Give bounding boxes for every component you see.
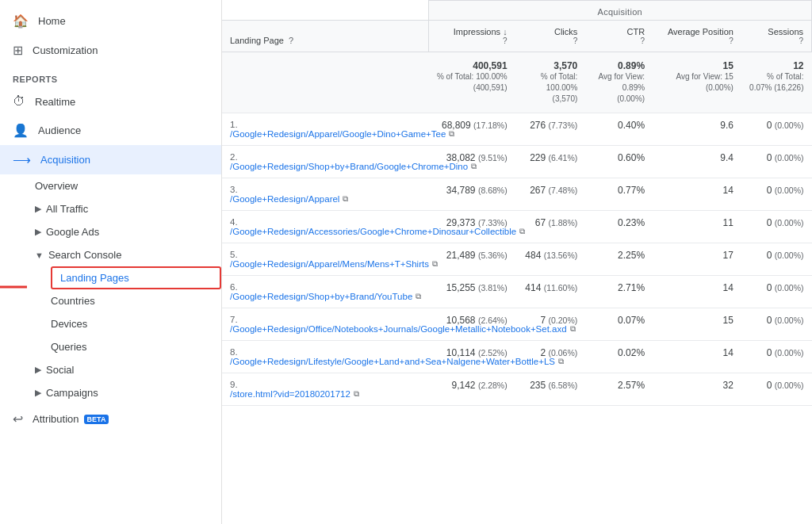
cell-ctr: 0.07% [585, 308, 653, 341]
cell-clicks: 484 (13.56%) [515, 243, 586, 276]
sidebar-item-label: Countries [51, 295, 95, 307]
sidebar-item-label: Social [46, 364, 74, 376]
attribution-icon: ↩ [13, 411, 23, 426]
cell-landing-page[interactable]: 1. /Google+Redesign/Apparel/Google+Dino+… [222, 113, 428, 146]
external-link-icon: ⧉ [432, 259, 438, 269]
acquisition-icon: ⟶ [13, 152, 31, 167]
sidebar-item-customization[interactable]: ⊞ Customization [0, 36, 221, 65]
page-link[interactable]: /Google+Redesign/Shop+by+Brand/Google+Ch… [230, 162, 420, 171]
col-header-clicks[interactable]: Clicks ? [515, 21, 586, 52]
expand-icon: ▶ [35, 204, 41, 214]
sidebar-item-label: Devices [51, 318, 87, 330]
cell-sessions: 0 (0.00%) [741, 146, 812, 178]
cell-avg-position: 15 [653, 308, 741, 341]
sidebar-item-devices[interactable]: Devices [51, 312, 221, 335]
totals-impressions: 400,591 % of Total: 100.00% (400,591) [428, 52, 515, 113]
cell-sessions: 0 (0.00%) [741, 341, 812, 373]
sidebar-item-countries[interactable]: Countries [51, 289, 221, 312]
cell-ctr: 2.57% [585, 373, 653, 406]
page-link[interactable]: /Google+Redesign/Office/Notebooks+Journa… [230, 324, 420, 334]
sidebar-item-home[interactable]: 🏠 Home [0, 6, 221, 36]
row-number: 2. [230, 152, 243, 162]
cell-landing-page[interactable]: 5. /Google+Redesign/Apparel/Mens/Mens+T+… [222, 243, 428, 276]
sidebar-item-google-ads[interactable]: ▶ Google Ads [35, 220, 221, 243]
sidebar-item-label: Customization [33, 44, 98, 56]
table-row: 2. /Google+Redesign/Shop+by+Brand/Google… [222, 146, 812, 178]
cell-avg-position: 17 [653, 243, 741, 276]
search-console-submenu: Landing Pages Countries Devices Queries [35, 266, 221, 358]
cell-landing-page[interactable]: 3. /Google+Redesign/Apparel ⧉ [222, 178, 428, 211]
cell-sessions: 0 (0.00%) [741, 308, 812, 341]
page-link[interactable]: /Google+Redesign/Apparel ⧉ [230, 194, 420, 204]
cell-ctr: 0.23% [585, 211, 653, 243]
sidebar-item-acquisition[interactable]: ⟶ Acquisition [0, 145, 221, 174]
cell-landing-page[interactable]: 8. /Google+Redesign/Lifestyle/Google+Lan… [222, 341, 428, 373]
sidebar-item-all-traffic[interactable]: ▶ All Traffic [35, 197, 221, 220]
sidebar-item-label: Search Console [48, 249, 122, 261]
cell-impressions: 68,809 (17.18%) [428, 113, 515, 146]
col-header-impressions[interactable]: Impressions ↓ ? [428, 21, 515, 52]
home-icon: 🏠 [13, 13, 29, 29]
cell-sessions: 0 (0.00%) [741, 276, 812, 308]
page-link[interactable]: /Google+Redesign/Lifestyle/Google+Land+a… [230, 357, 420, 366]
table-row: 5. /Google+Redesign/Apparel/Mens/Mens+T+… [222, 243, 812, 276]
beta-badge: BETA [84, 415, 109, 424]
row-number: 7. [230, 315, 243, 324]
page-link[interactable]: /store.html?vid=20180201712 ⧉ [230, 389, 420, 399]
totals-avg-position: 15 Avg for View: 15 (0.00%) [653, 52, 741, 113]
cell-sessions: 0 (0.00%) [741, 211, 812, 243]
table-row: 3. /Google+Redesign/Apparel ⧉ 34,789 (8.… [222, 178, 812, 211]
cell-landing-page[interactable]: 9. /store.html?vid=20180201712 ⧉ [222, 373, 428, 406]
sidebar-item-label: Home [38, 15, 66, 27]
sidebar-item-landing-pages[interactable]: Landing Pages [51, 266, 221, 289]
external-link-icon: ⧉ [354, 389, 359, 399]
row-number: 6. [230, 282, 243, 292]
expand-icon: ▶ [35, 227, 41, 237]
sidebar-item-label: Campaigns [46, 387, 98, 399]
page-link[interactable]: /Google+Redesign/Accessories/Google+Chro… [230, 227, 420, 236]
cell-avg-position: 9.4 [653, 146, 741, 178]
landing-page-empty [222, 1, 428, 21]
expand-icon: ▼ [35, 251, 44, 260]
cell-clicks: 235 (6.58%) [515, 373, 586, 406]
sidebar-item-label: Landing Pages [60, 272, 129, 284]
customization-icon: ⊞ [13, 43, 23, 58]
cell-ctr: 0.60% [585, 146, 653, 178]
col-header-sessions[interactable]: Sessions ? [741, 21, 812, 52]
page-link[interactable]: /Google+Redesign/Apparel/Google+Dino+Gam… [230, 129, 420, 139]
page-link[interactable]: /Google+Redesign/Shop+by+Brand/YouTube ⧉ [230, 292, 420, 301]
expand-icon: ▶ [35, 388, 41, 398]
cell-clicks: 267 (7.48%) [515, 178, 586, 211]
main-content: Acquisition Landing Page ? Impressions ↓… [222, 0, 812, 524]
totals-sessions: 12 % of Total: 0.07% (16,226) [741, 52, 812, 113]
sidebar-item-campaigns[interactable]: ▶ Campaigns [35, 381, 221, 404]
sidebar-item-label: All Traffic [46, 203, 88, 215]
cell-landing-page[interactable]: 2. /Google+Redesign/Shop+by+Brand/Google… [222, 146, 428, 178]
sidebar-item-audience[interactable]: 👤 Audience [0, 116, 221, 145]
cell-landing-page[interactable]: 7. /Google+Redesign/Office/Notebooks+Jou… [222, 308, 428, 341]
sidebar-item-social[interactable]: ▶ Social [35, 358, 221, 381]
sidebar-item-realtime[interactable]: ⏱ Realtime [0, 87, 221, 116]
cell-clicks: 276 (7.73%) [515, 113, 586, 146]
cell-ctr: 2.25% [585, 243, 653, 276]
cell-landing-page[interactable]: 4. /Google+Redesign/Accessories/Google+C… [222, 211, 428, 243]
sidebar-item-queries[interactable]: Queries [51, 335, 221, 358]
sidebar-item-label: Queries [51, 341, 87, 353]
cell-sessions: 0 (0.00%) [741, 113, 812, 146]
help-icon: ? [289, 36, 293, 45]
col-header-avg-position[interactable]: Average Position ? [653, 21, 741, 52]
cell-avg-position: 32 [653, 373, 741, 406]
sidebar-item-overview[interactable]: Overview [35, 174, 221, 197]
cell-landing-page[interactable]: 6. /Google+Redesign/Shop+by+Brand/YouTub… [222, 276, 428, 308]
reports-section-label: REPORTS [0, 65, 221, 87]
help-icon: ? [437, 36, 508, 45]
column-header-row: Landing Page ? Impressions ↓ ? Clicks ? … [222, 21, 812, 52]
acquisition-submenu: Overview ▶ All Traffic ▶ Google Ads ▼ Se… [0, 174, 221, 404]
cell-sessions: 0 (0.00%) [741, 178, 812, 211]
col-header-ctr[interactable]: CTR ? [585, 21, 653, 52]
page-link[interactable]: /Google+Redesign/Apparel/Mens/Mens+T+Shi… [230, 259, 420, 269]
col-header-landing-page[interactable]: Landing Page ? [222, 21, 428, 52]
sidebar-item-attribution[interactable]: ↩ Attribution BETA [0, 404, 221, 434]
sidebar-item-search-console[interactable]: ▼ Search Console [35, 243, 221, 266]
table-row: 8. /Google+Redesign/Lifestyle/Google+Lan… [222, 341, 812, 373]
